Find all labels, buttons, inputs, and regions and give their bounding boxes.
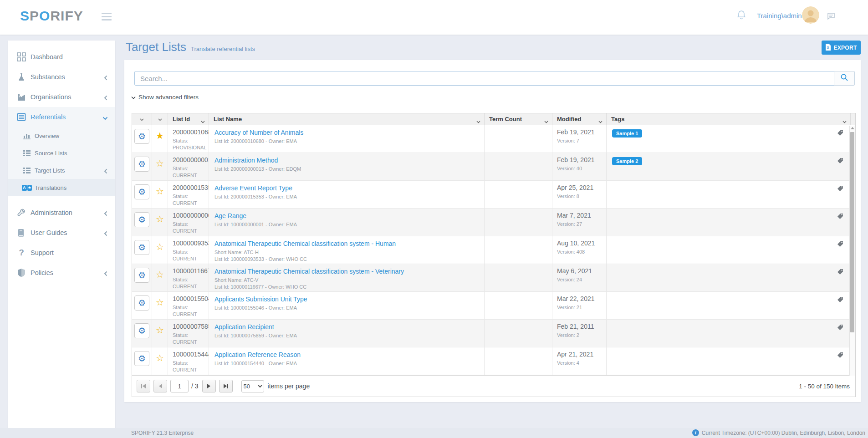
star-icon[interactable]: ★ [156,131,164,153]
row-settings-button[interactable]: ⚙ [134,184,149,199]
list-status: Status: CURRENT [173,221,209,234]
sidebar-item-support[interactable]: ? Support [8,243,115,263]
sidebar-item-label: Support [31,249,54,256]
row-tags-cell [607,292,855,319]
chevron-down-icon [842,118,847,125]
page-size-select[interactable]: 50 [241,380,264,392]
table-scrollbar[interactable] [849,126,855,376]
star-icon[interactable]: ☆ [156,242,164,264]
sidebar-item-user-guides[interactable]: User Guides [8,223,115,243]
page-number-input[interactable] [170,380,189,392]
sidebar-item-referentials[interactable]: Referentials [8,107,115,127]
app-logo[interactable]: SPORIFY [20,8,83,24]
sidebar-item-overview[interactable]: Overview [8,127,115,144]
header-modified[interactable]: Modified [552,113,607,125]
scroll-up-arrow[interactable] [851,127,854,129]
row-settings-button[interactable]: ⚙ [134,323,149,338]
row-settings-button[interactable]: ⚙ [134,351,149,366]
sidebar: Dashboard Substances Organisations Refer… [8,41,115,432]
star-icon[interactable]: ☆ [156,159,164,180]
chat-icon[interactable] [827,12,835,22]
list-name-link[interactable]: Applicants Submission Unit Type [214,295,307,303]
list-name-link[interactable]: Accuracy of Number of Animals [214,129,303,137]
row-settings-button[interactable]: ⚙ [134,212,149,227]
row-settings-button[interactable]: ⚙ [134,129,149,144]
search-input[interactable] [134,71,834,86]
tag-icon[interactable] [837,130,843,138]
tag-icon[interactable] [837,269,843,277]
sidebar-item-source-lists[interactable]: Source Lists [8,144,115,162]
sidebar-item-substances[interactable]: Substances [8,67,115,87]
list-name-link[interactable]: Age Range [214,212,246,220]
list-name-link[interactable]: Application Reference Reason [214,351,301,359]
list-status: Status: CURRENT [173,249,209,262]
tag-icon[interactable] [837,296,843,305]
list-id: 100000154440 [173,351,209,358]
modified-date: Aug 10, 2021 [557,239,606,247]
tag-icon[interactable] [837,185,843,194]
row-settings-button[interactable]: ⚙ [134,268,149,283]
star-icon[interactable]: ☆ [156,187,164,208]
header-actions-column[interactable] [132,113,152,125]
referentials-list-icon [16,112,27,122]
row-tags-cell [607,320,855,347]
table-row: ⚙ ☆ 100000093533 Status: CURRENT Domain:… [132,236,855,264]
scrollbar-thumb[interactable] [850,132,854,332]
list-name-link[interactable]: Adverse Event Report Type [214,184,292,192]
next-page-button[interactable] [202,380,216,392]
row-tags-cell: Sample 1 [607,125,855,153]
first-page-button[interactable] [137,380,150,392]
header-tags[interactable]: Tags [607,113,851,125]
sidebar-item-label: Substances [31,73,65,81]
header-list-id[interactable]: List Id [168,113,209,125]
row-settings-button[interactable]: ⚙ [134,295,149,311]
sidebar-item-target-lists[interactable]: Target Lists [8,162,115,179]
last-page-button[interactable] [219,380,233,392]
star-icon[interactable]: ☆ [156,353,164,375]
row-tags-cell [607,347,855,375]
row-modified-cell: Aug 10, 2021 Version: 408 [552,236,607,264]
star-icon[interactable]: ☆ [156,298,164,319]
previous-page-button[interactable] [153,380,167,392]
star-icon[interactable]: ☆ [156,270,164,291]
star-icon[interactable]: ☆ [156,326,164,347]
list-name-link[interactable]: Application Recipient [214,323,274,331]
target-lists-table: List Id List Name Term Count Modified Ta… [132,113,856,397]
notifications-bell-icon[interactable] [737,10,746,22]
translate-icon: A★ [22,185,32,191]
export-button[interactable]: x EXPORT [822,41,861,55]
list-domain: Domain: H [173,318,209,319]
list-details: List Id: 200000015353 - Owner: EMA [214,194,484,200]
row-actions-cell: ⚙ [132,264,152,291]
row-listname-cell: Adverse Event Report Type List Id: 20000… [209,181,485,208]
sidebar-item-administration[interactable]: Administration [8,203,115,223]
list-name-link[interactable]: Administration Method [214,157,278,164]
header-list-name[interactable]: List Name [209,113,485,125]
sidebar-item-policies[interactable]: Policies [8,263,115,283]
user-avatar[interactable] [802,6,819,24]
list-name-link[interactable]: Anatomical Therapeutic Chemical classifi… [214,268,404,275]
sidebar-item-organisations[interactable]: Organisations [8,87,115,107]
tag-icon[interactable] [837,352,843,360]
column-label: List Id [173,116,190,122]
header-star-column[interactable] [152,113,168,125]
list-name-link[interactable]: Anatomical Therapeutic Chemical classifi… [214,240,396,248]
sidebar-item-translations[interactable]: A★ Translations [8,179,115,196]
row-settings-button[interactable]: ⚙ [134,157,149,172]
chevron-left-icon [103,210,108,218]
row-settings-button[interactable]: ⚙ [134,240,149,255]
star-icon[interactable]: ☆ [156,214,164,236]
sidebar-item-dashboard[interactable]: Dashboard [8,47,115,67]
tag-icon[interactable] [837,241,843,249]
list-details: List Id: 100000155046 - Owner: EMA [214,305,484,311]
advanced-filters-toggle[interactable]: Show advanced filters [131,94,199,101]
current-user[interactable]: Training\admin [757,12,802,20]
tag-icon[interactable] [837,213,843,221]
menu-toggle-icon[interactable] [102,13,112,22]
row-modified-cell: Mar 7, 2021 Version: 27 [552,209,607,236]
header-term-count[interactable]: Term Count [485,113,552,125]
modified-version: Version: 24 [557,276,606,283]
tag-icon[interactable] [837,324,843,332]
tag-icon[interactable] [837,158,843,166]
search-button[interactable] [834,71,855,86]
